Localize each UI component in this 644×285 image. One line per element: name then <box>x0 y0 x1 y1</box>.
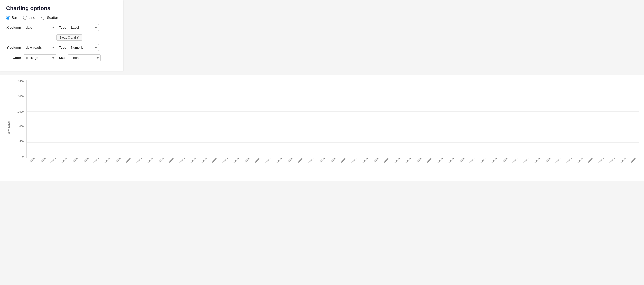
bar-label: Bar <box>12 16 17 20</box>
x-column-row: X column date Type Label Numeric Date <box>6 24 117 31</box>
scatter-label: Scatter <box>47 16 58 20</box>
chart-type-row: Bar Line Scatter <box>6 16 117 20</box>
y-tick-500: 500 <box>19 140 24 143</box>
y-axis-label: downloads <box>7 121 10 135</box>
color-label: Color <box>6 56 21 60</box>
y-column-row: Y column downloads Type Numeric Label Da… <box>6 44 117 51</box>
y-tick-2000: 2,000 <box>17 95 24 98</box>
size-select[interactable]: -- none -- <box>68 54 101 61</box>
x-column-select[interactable]: date <box>24 24 56 31</box>
y-tick-0: 0 <box>22 155 24 158</box>
bar-radio[interactable] <box>6 16 10 20</box>
panel-title: Charting options <box>6 5 117 12</box>
color-size-row: Color package -- none -- Size -- none -- <box>6 54 117 61</box>
line-radio-label[interactable]: Line <box>23 16 35 20</box>
charting-options-panel: Charting options Bar Line Scatter X colu… <box>0 0 123 71</box>
swap-row: Swap X and Y <box>21 34 117 41</box>
swap-xy-button[interactable]: Swap X and Y <box>56 34 82 41</box>
chart-area: 2,500 2,000 1,500 1,000 500 0 2020-06-12… <box>15 80 639 166</box>
color-select[interactable]: package -- none -- <box>24 54 56 61</box>
x-labels: 2020-06-122020-06-132020-06-142020-06-15… <box>26 158 639 166</box>
y-axis: 2,500 2,000 1,500 1,000 500 0 <box>15 80 25 158</box>
line-radio[interactable] <box>23 16 27 20</box>
y-type-select[interactable]: Numeric Label Date <box>69 44 99 51</box>
size-label: Size <box>59 56 65 60</box>
chart-container: downloads 2,500 2,000 1,500 1,000 500 0 … <box>0 75 644 181</box>
x-type-select[interactable]: Label Numeric Date <box>69 24 99 31</box>
bar-radio-label[interactable]: Bar <box>6 16 17 20</box>
y-type-label: Type <box>59 46 66 49</box>
line-label: Line <box>29 16 35 20</box>
scatter-radio[interactable] <box>41 16 45 20</box>
x-type-label: Type <box>59 26 66 29</box>
bars-wrapper <box>26 80 639 158</box>
y-tick-1500: 1,500 <box>17 110 24 113</box>
y-tick-1000: 1,000 <box>17 125 24 128</box>
y-tick-2500: 2,500 <box>17 80 24 83</box>
scatter-radio-label[interactable]: Scatter <box>41 16 58 20</box>
x-column-label: X column <box>6 26 21 29</box>
y-column-label: Y column <box>6 46 21 49</box>
y-column-select[interactable]: downloads <box>24 44 56 51</box>
